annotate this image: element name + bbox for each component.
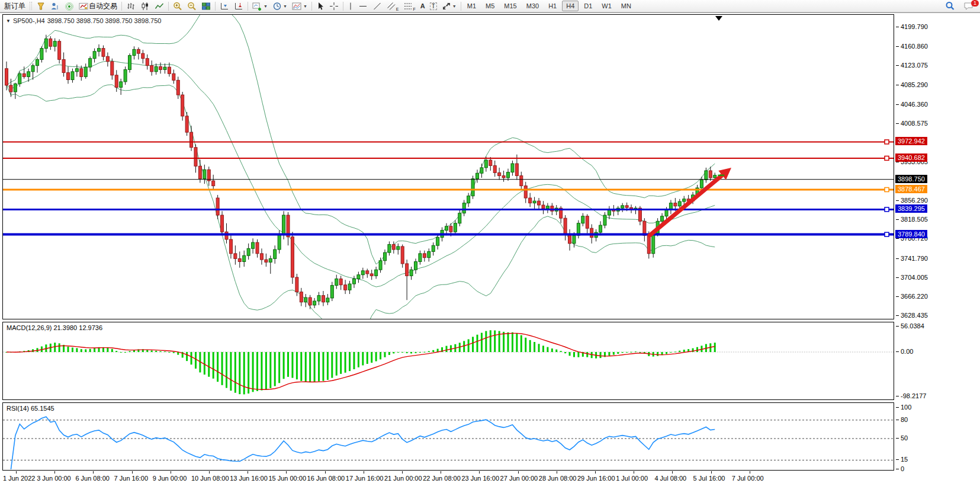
time-axis-label: 7 Jun 16:00 — [114, 475, 149, 482]
notifications-button[interactable]: 1 — [961, 0, 976, 12]
channel-tool-button[interactable]: E — [384, 0, 401, 12]
price-level-badge: 3940.682 — [895, 153, 927, 162]
timeframe-button-m15[interactable]: M15 — [500, 1, 520, 11]
candlestick-chart-button[interactable] — [138, 0, 152, 12]
price-axis-tick: 3628.435 — [901, 312, 928, 319]
time-axis-label: 15 Jun 00:00 — [268, 475, 306, 482]
time-axis-label: 16 Jun 08:00 — [307, 475, 345, 482]
time-axis-label: 23 Jun 16:00 — [461, 475, 499, 482]
tile-windows-button[interactable] — [199, 0, 213, 12]
search-button[interactable] — [943, 0, 957, 12]
chart-shift-button[interactable] — [232, 0, 246, 12]
period-button[interactable]: ▼ — [270, 0, 290, 12]
new-order-label: 新订单 — [4, 1, 25, 11]
price-axis-tick: 3856.290 — [901, 197, 928, 204]
time-axis-tick — [364, 471, 364, 474]
cursor-tool-button[interactable] — [314, 0, 327, 12]
signal-icon — [65, 2, 74, 11]
time-axis-label: 7 Jul 00:00 — [732, 475, 764, 482]
timeframe-button-h1[interactable]: H1 — [544, 1, 561, 11]
trendline-tool-button[interactable] — [370, 0, 384, 12]
rsi-axis-tick: 15 — [901, 456, 908, 463]
macd-panel[interactable]: MACD(12,26,9) 21.3980 12.9736 — [2, 322, 894, 400]
arrows-tool-button[interactable]: ▼ — [439, 0, 459, 12]
notification-badge: 1 — [971, 0, 979, 7]
auto-trading-button[interactable]: 自动交易 — [76, 0, 120, 12]
timeframe-button-m1[interactable]: M1 — [463, 1, 480, 11]
timeframe-button-mn[interactable]: MN — [617, 1, 635, 11]
search-icon — [945, 1, 955, 11]
timeframe-button-h4[interactable]: H4 — [562, 1, 579, 11]
cursor-icon — [316, 2, 324, 11]
add-indicator-caret-icon: ▼ — [264, 4, 268, 8]
zoom-in-button[interactable] — [171, 0, 185, 12]
label-tool-button[interactable]: T — [428, 0, 439, 12]
time-axis-tick — [325, 471, 326, 474]
bar-chart-button[interactable] — [124, 0, 138, 12]
time-axis-label: 28 Jun 08:00 — [539, 475, 577, 482]
time-axis-label: 21 Jun 00:00 — [384, 475, 422, 482]
price-axis-tick: 4008.575 — [901, 120, 928, 127]
time-axis[interactable]: 1 Jun 20223 Jun 00:006 Jun 08:007 Jun 16… — [2, 471, 894, 483]
rsi-canvas[interactable] — [3, 403, 894, 470]
market-watch-button[interactable] — [48, 0, 62, 12]
fibonacci-icon — [403, 2, 413, 11]
price-axis[interactable]: 4199.7904160.8604123.0754085.2904046.360… — [894, 13, 980, 483]
toolbar-right-group: 1 — [943, 0, 976, 12]
auto-trading-icon — [79, 2, 89, 11]
line-chart-button[interactable] — [152, 0, 166, 12]
rsi-axis-tick: 0 — [901, 465, 904, 472]
price-chart-canvas[interactable] — [3, 15, 894, 319]
person-chart-icon — [50, 2, 60, 11]
time-axis-label: 9 Jun 00:00 — [153, 475, 187, 482]
chart-shift-icon — [234, 2, 243, 11]
zoom-in-icon — [173, 2, 182, 11]
timeframe-button-m5[interactable]: M5 — [481, 1, 499, 11]
zoom-out-button[interactable] — [185, 0, 199, 12]
timeframe-button-m30[interactable]: M30 — [522, 1, 543, 11]
price-axis-tick: 3741.790 — [901, 255, 928, 262]
label-tool-icon: T — [430, 2, 437, 10]
time-axis-tick — [479, 471, 480, 474]
main-toolbar: 新订单 自动交易 ▼ ▼ — [0, 0, 980, 12]
timeframe-button-d1[interactable]: D1 — [580, 1, 596, 11]
fibonacci-tool-button[interactable]: F — [401, 0, 417, 12]
horizontal-line-icon — [358, 2, 368, 11]
toolbar-separator — [215, 2, 216, 11]
time-axis-label: 22 Jun 08:00 — [423, 475, 461, 482]
funnel-icon — [36, 2, 46, 11]
rsi-panel[interactable]: RSI(14) 65.1545 — [2, 402, 894, 471]
signal-button[interactable] — [62, 0, 76, 12]
toolbar-separator — [311, 2, 312, 11]
chart-title: ▼ SP500-,H4 3898.750 3898.750 3898.750 3… — [6, 17, 161, 24]
time-axis-tick — [672, 471, 673, 474]
macd-label: MACD(12,26,9) 21.3980 12.9736 — [7, 324, 102, 331]
rsi-label: RSI(14) 65.1545 — [7, 405, 54, 412]
horizontal-line-tool-button[interactable] — [356, 0, 370, 12]
vertical-line-icon — [348, 2, 354, 11]
time-axis-tick — [557, 471, 557, 474]
funnel-button[interactable] — [34, 0, 48, 12]
tile-windows-icon — [201, 2, 211, 11]
chart-collapse-icon[interactable]: ▼ — [6, 18, 11, 24]
crosshair-tool-button[interactable] — [327, 0, 341, 12]
channel-subscript: E — [396, 7, 399, 11]
new-order-button[interactable]: 新订单 — [2, 0, 28, 12]
price-panel[interactable]: ▼ SP500-,H4 3898.750 3898.750 3898.750 3… — [2, 14, 894, 319]
zoom-out-icon — [187, 2, 197, 11]
chart-ohlc-values: 3898.750 3898.750 3898.750 3898.750 — [47, 17, 162, 24]
timeframe-button-w1[interactable]: W1 — [597, 1, 616, 11]
template-button[interactable]: ▼ — [290, 0, 310, 12]
auto-scroll-button[interactable] — [217, 0, 232, 12]
toolbar-separator — [343, 2, 343, 11]
text-tool-button[interactable]: A — [418, 0, 428, 12]
time-axis-tick — [16, 471, 17, 474]
time-axis-tick — [248, 471, 248, 474]
arrows-caret-icon: ▼ — [452, 4, 457, 8]
macd-canvas[interactable] — [3, 322, 894, 399]
add-indicator-button[interactable]: ▼ — [250, 0, 270, 12]
auto-scroll-icon — [220, 2, 229, 11]
vertical-line-tool-button[interactable] — [345, 0, 356, 12]
trendline-icon — [372, 2, 382, 11]
time-axis-tick — [93, 471, 94, 474]
